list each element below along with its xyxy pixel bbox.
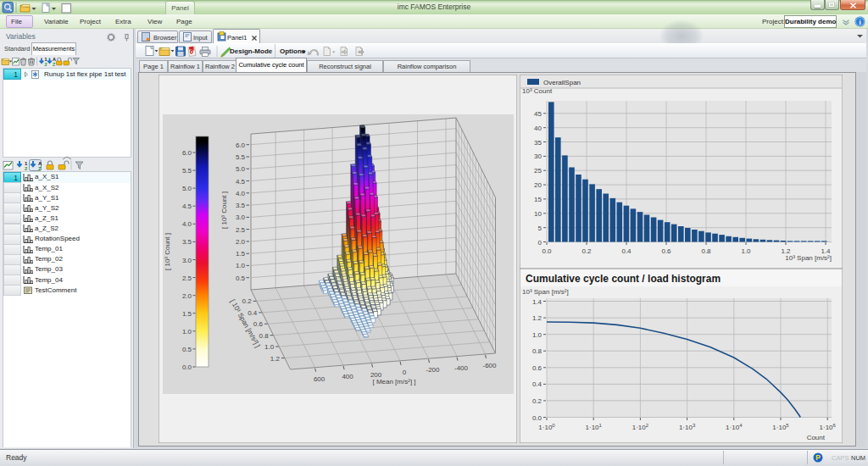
- svg-text:1.0: 1.0: [182, 328, 192, 336]
- svg-text:3.5: 3.5: [182, 238, 192, 246]
- svg-text:4.5: 4.5: [182, 202, 192, 210]
- svg-text:1.0: 1.0: [532, 331, 542, 339]
- svg-text:2.5: 2.5: [236, 226, 246, 234]
- svg-text:1.2: 1.2: [532, 314, 542, 322]
- svg-text:OverallSpan: OverallSpan: [543, 79, 581, 86]
- svg-text:10³ Span [m/s²]: 10³ Span [m/s²]: [785, 254, 832, 262]
- svg-text:0.0: 0.0: [532, 414, 542, 422]
- svg-text:1.0: 1.0: [236, 262, 246, 269]
- svg-text:30: 30: [534, 153, 542, 160]
- svg-text:-600: -600: [482, 362, 497, 369]
- svg-text:P: P: [815, 453, 821, 462]
- svg-text:1.4: 1.4: [532, 298, 542, 306]
- svg-text:Z: Z: [53, 62, 56, 67]
- svg-text:Cumulative cycle count / load: Cumulative cycle count / load histogram: [526, 273, 721, 285]
- svg-text:0.6: 0.6: [532, 364, 542, 372]
- svg-text:0.4: 0.4: [248, 309, 258, 317]
- svg-text:5.0: 5.0: [182, 185, 192, 192]
- svg-text:[ Mean [m/s²] ]: [ Mean [m/s²] ]: [372, 378, 415, 386]
- svg-text:4.5: 4.5: [236, 178, 246, 186]
- svg-text:0.2: 0.2: [581, 247, 592, 255]
- svg-text:10³ Count: 10³ Count: [522, 87, 553, 95]
- svg-text:1.5: 1.5: [182, 310, 192, 318]
- svg-text:2: 2: [25, 166, 28, 171]
- svg-text:0.5: 0.5: [182, 346, 192, 353]
- svg-text:6.0: 6.0: [182, 149, 192, 157]
- svg-text:5.5: 5.5: [182, 167, 192, 175]
- svg-text:0.6: 0.6: [661, 247, 671, 255]
- svg-text:0.0: 0.0: [182, 363, 192, 371]
- svg-text:0.8: 0.8: [532, 347, 542, 355]
- svg-text:0.8: 0.8: [701, 247, 711, 255]
- svg-text:0.8: 0.8: [259, 332, 269, 340]
- svg-text:10: 10: [534, 210, 542, 218]
- svg-text:25: 25: [534, 167, 542, 175]
- svg-text:5: 5: [538, 225, 542, 232]
- svg-text:-400: -400: [454, 364, 469, 372]
- svg-text:3.0: 3.0: [236, 214, 246, 221]
- svg-text:1.5: 1.5: [236, 250, 246, 258]
- svg-text:1.0: 1.0: [741, 247, 751, 255]
- svg-text:0.5: 0.5: [236, 275, 246, 282]
- svg-text:1.2: 1.2: [270, 355, 281, 363]
- svg-text:10³ Span [m/s²]: 10³ Span [m/s²]: [522, 288, 569, 296]
- svg-text:2.5: 2.5: [182, 275, 192, 282]
- svg-text:0.2: 0.2: [532, 397, 542, 405]
- svg-text:2: 2: [45, 62, 47, 67]
- svg-text:[ 10³ Count ]: [ 10³ Count ]: [220, 191, 228, 229]
- svg-text:Z: Z: [38, 166, 42, 171]
- svg-text:4.0: 4.0: [182, 220, 192, 228]
- svg-text:600: 600: [314, 375, 326, 383]
- svg-text:2.0: 2.0: [236, 238, 246, 246]
- svg-text:[ 10³ Count ]: [ 10³ Count ]: [164, 233, 171, 270]
- svg-text:15: 15: [534, 196, 542, 203]
- svg-text:5.5: 5.5: [236, 153, 246, 161]
- svg-text:1.0: 1.0: [264, 343, 275, 351]
- svg-text:Count: Count: [807, 434, 826, 441]
- svg-text:0: 0: [538, 239, 542, 247]
- svg-text:0.4: 0.4: [621, 247, 632, 255]
- svg-text:2.0: 2.0: [182, 292, 192, 300]
- svg-text:0.4: 0.4: [532, 380, 542, 388]
- svg-text:0: 0: [403, 369, 407, 376]
- svg-text:3.5: 3.5: [236, 202, 246, 209]
- svg-text:0.0: 0.0: [542, 247, 552, 255]
- svg-text:400: 400: [342, 373, 353, 380]
- svg-text:-200: -200: [426, 366, 440, 374]
- svg-text:35: 35: [534, 139, 542, 147]
- svg-text:0.2: 0.2: [242, 297, 252, 305]
- svg-text:0.6: 0.6: [253, 320, 264, 328]
- svg-text:6.0: 6.0: [236, 141, 246, 149]
- svg-text:5.0: 5.0: [236, 165, 246, 173]
- svg-text:4.0: 4.0: [236, 190, 246, 197]
- svg-text:20: 20: [534, 181, 542, 189]
- svg-text:3.0: 3.0: [182, 257, 192, 264]
- svg-text:40: 40: [534, 125, 542, 132]
- svg-text:45: 45: [534, 110, 542, 118]
